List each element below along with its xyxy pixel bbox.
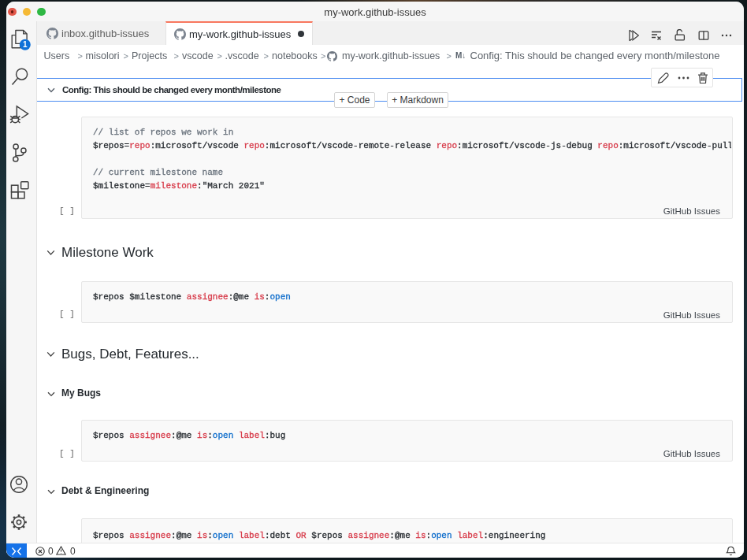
svg-text:1: 1 (23, 40, 28, 49)
